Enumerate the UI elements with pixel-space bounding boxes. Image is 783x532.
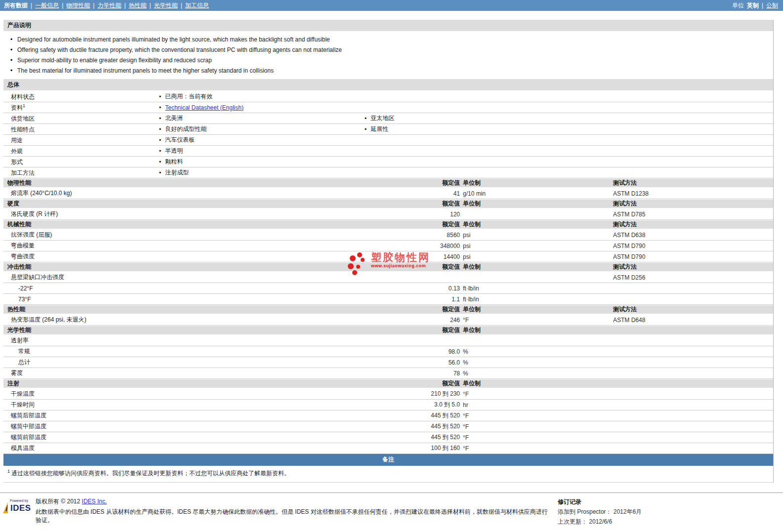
general-row: 用途 汽车仪表板 (3, 135, 773, 146)
column-unit-system: 单位制 (460, 379, 613, 388)
revision-title: 修订记录 (558, 498, 779, 506)
column-unit-system: 单位制 (460, 220, 613, 229)
property-row: 熔流率 (240°C/10.0 kg) 41 g/10 min ASTM D12… (3, 188, 773, 199)
general-row-value-2: 延展性 (365, 125, 773, 133)
property-label: 抗张强度 (屈服) (3, 231, 346, 239)
property-unit: hr (460, 402, 613, 409)
datasheet-link[interactable]: Technical Datasheet (English) (165, 104, 244, 111)
section-title: 硬度 (3, 200, 346, 208)
property-value: 348000 (346, 243, 460, 249)
nav-links: 所有数据 | 一般信息 | 物理性能 | 力学性能 | 热性能 | 光学性能 |… (4, 1, 209, 10)
property-row: 干燥时间 3.0 到 5.0 hr (3, 400, 773, 410)
unit-switcher: 单位 英制 | 公制 (732, 1, 778, 10)
unit-metric-link[interactable]: 公制 (766, 1, 778, 10)
property-unit: °F (460, 434, 613, 441)
general-row-value-1: 良好的成型性能 (159, 125, 365, 133)
footer: Powered by i IDES 版权所有 © 2012 IDES Inc. … (0, 493, 783, 530)
property-test-method: ASTM D256 (613, 274, 773, 281)
general-row: 性能特点 良好的成型性能 延展性 (3, 124, 773, 135)
general-item-text: 半透明 (165, 147, 183, 155)
property-unit: psi (460, 232, 613, 239)
bullet-icon: • (10, 46, 17, 53)
revision-added-line: 添加到 Prospector： 2012年6月 (558, 508, 779, 516)
bullet-text: The best material for illuminated instru… (17, 67, 274, 74)
nav-link[interactable]: 热性能 (129, 1, 147, 10)
revision-added-label: 添加到 Prospector： (558, 508, 612, 515)
property-row: 73°F 1.1 ft·lb/in (3, 294, 773, 305)
property-unit: g/10 min (460, 190, 613, 197)
general-row-value-1: Technical Datasheet (English) (159, 104, 365, 111)
general-row: 形式 颗粒料 (3, 157, 773, 167)
property-row: 干燥温度 210 到 230 °F (3, 389, 773, 400)
ides-inc-link[interactable]: IDES Inc. (82, 498, 107, 505)
revision-record: 修订记录 添加到 Prospector： 2012年6月 上次更新： 2012/… (558, 497, 779, 528)
section-title: 注射 (3, 379, 346, 388)
property-value: 8560 (346, 232, 460, 239)
property-unit: psi (460, 243, 613, 249)
product-description-bullet: • Offering safety with ductile fracture … (3, 45, 773, 55)
copyright-year: © 2012 (61, 498, 80, 505)
product-description-header: 产品说明 (3, 20, 773, 32)
ides-i-glyph: i (5, 504, 7, 513)
nav-link[interactable]: 力学性能 (97, 1, 121, 10)
footnote-text: 通过这些链接您能够访问供应商资料。我们尽量保证及时更新资料；不过您可以从供应商处… (11, 470, 290, 477)
property-row: 弯曲强度 14400 psi ASTM D790 (3, 251, 773, 262)
property-value: 14400 (346, 253, 460, 260)
property-row: 常规 98.0 % (3, 346, 773, 357)
property-test-method: ASTM D1238 (613, 190, 773, 197)
property-section-header: 机械性能 额定值 单位制 测试方法 (3, 220, 773, 230)
revision-updated-value: 2012/6/6 (589, 518, 612, 525)
ides-logo[interactable]: Powered by i IDES (3, 497, 32, 519)
column-rated-value: 额定值 (346, 220, 460, 229)
general-row-label: 材料状态 (3, 92, 159, 101)
property-label: 模具温度 (3, 444, 346, 452)
section-title: 物理性能 (3, 179, 346, 187)
column-rated-value: 额定值 (346, 326, 460, 334)
property-label: 总计 (3, 358, 346, 367)
bullet-icon: • (10, 36, 17, 43)
general-row-value-1: 颗粒料 (159, 158, 365, 166)
property-label: 螺筒后部温度 (3, 411, 346, 420)
property-value: 445 到 520 (346, 422, 460, 431)
label-superscript: 1 (23, 103, 25, 108)
nav-link[interactable]: 物理性能 (66, 1, 90, 10)
notes-header: 备注 (3, 454, 773, 466)
property-row: 总计 56.0 % (3, 357, 773, 368)
property-label: 弯曲强度 (3, 252, 346, 261)
nav-item-all-data[interactable]: 所有数据 (4, 1, 28, 10)
nav-link[interactable]: 加工信息 (185, 1, 209, 10)
footnote: 1通过这些链接您能够访问供应商资料。我们尽量保证及时更新资料；不过您可以从供应商… (3, 466, 773, 483)
general-row-value-1: 半透明 (159, 147, 365, 155)
property-row: 透射率 (3, 335, 773, 346)
general-row-label: 用途 (3, 136, 159, 145)
column-unit-system: 单位制 (460, 200, 613, 208)
property-label: 悬壁梁缺口冲击强度 (3, 273, 346, 282)
property-section-header: 冲击性能 额定值 单位制 测试方法 (3, 262, 773, 272)
copyright-label: 版权所有 (36, 498, 59, 505)
datasheet-content: 产品说明 • Designed for automobile instrumen… (3, 20, 774, 483)
general-item-text: 延展性 (371, 125, 388, 133)
property-value: 210 到 230 (346, 390, 460, 398)
separator: | (121, 2, 128, 9)
footer-text-block: 版权所有 © 2012 IDES Inc. 此数据表中的信息由 IDES 从该材… (32, 497, 550, 528)
column-rated-value: 额定值 (346, 200, 460, 208)
general-section-header: 总体 (3, 79, 773, 91)
property-value: 0.13 (346, 285, 460, 292)
general-item-text: 已商用：当前有效 (165, 92, 212, 101)
property-unit: °F (460, 391, 613, 398)
property-test-method: ASTM D790 (613, 253, 773, 260)
property-section-header: 注射 额定值 单位制 (3, 379, 773, 389)
property-label: 热变形温度 (264 psi, 未退火) (3, 316, 346, 324)
section-title: 冲击性能 (3, 263, 346, 271)
bullet-text: Offering safety with ductile fracture pr… (17, 46, 342, 53)
general-row: 资料1 Technical Datasheet (English) (3, 102, 773, 113)
nav-link[interactable]: 光学性能 (154, 1, 178, 10)
column-unit-system: 单位制 (460, 326, 613, 334)
nav-link[interactable]: 一般信息 (35, 1, 59, 10)
property-unit: % (460, 348, 613, 355)
general-item-text: 北美洲 (165, 114, 183, 123)
properties-table: 物理性能 额定值 单位制 测试方法 熔流率 (240°C/10.0 kg) 41… (3, 178, 773, 454)
product-description-bullet: • Superior mold-ability to enable greate… (3, 55, 773, 66)
property-value: 1.1 (346, 296, 460, 303)
separator: | (759, 2, 766, 9)
